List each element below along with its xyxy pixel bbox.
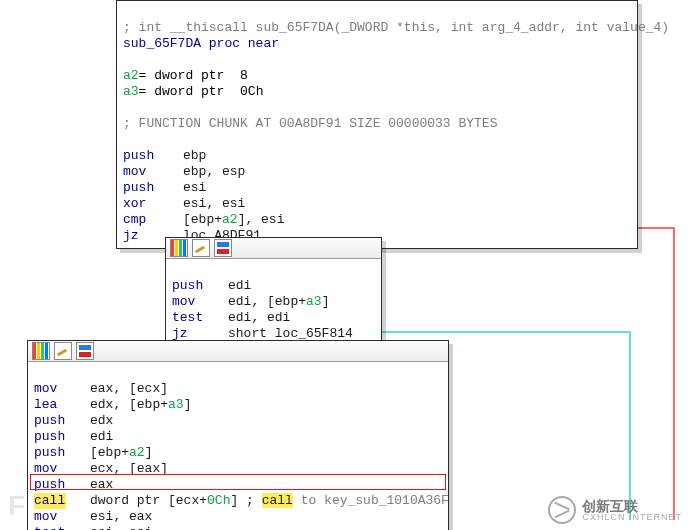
brand-logo-icon bbox=[548, 496, 576, 524]
insn-op: push bbox=[34, 429, 90, 445]
watermark-brand: 创新互联 CXHLCN INTERNET bbox=[548, 496, 682, 524]
brand-text: 创新互联 bbox=[582, 499, 682, 513]
insn-op: mov bbox=[34, 509, 90, 525]
collapse-icon[interactable] bbox=[76, 342, 94, 360]
insn-op-highlight: call bbox=[34, 493, 66, 509]
insn-op: cmp bbox=[123, 212, 183, 228]
insn-op: push bbox=[34, 477, 90, 493]
insn-op: test bbox=[172, 310, 228, 326]
chunk-comment: ; FUNCTION CHUNK AT 00A8DF91 SIZE 000000… bbox=[123, 116, 497, 131]
disasm-block-2[interactable]: pushedi movedi, [ebp+a3] testedi, edi jz… bbox=[165, 237, 382, 347]
brand-subtext: CXHLCN INTERNET bbox=[582, 513, 682, 522]
insn-op: lea bbox=[34, 397, 90, 413]
edit-icon[interactable] bbox=[54, 342, 72, 360]
var-a3: a3 bbox=[123, 84, 139, 99]
proc-decl: sub_65F7DA proc near bbox=[123, 36, 279, 51]
insn-op: push bbox=[172, 278, 228, 294]
collapse-icon[interactable] bbox=[214, 239, 232, 257]
disasm-block-1[interactable]: ; int __thiscall sub_65F7DA(_DWORD *this… bbox=[116, 0, 638, 249]
insn-op: push bbox=[123, 180, 183, 196]
insn-op: push bbox=[123, 148, 183, 164]
color-bars-icon[interactable] bbox=[32, 342, 50, 360]
disasm-content-2: pushedi movedi, [ebp+a3] testedi, edi jz… bbox=[166, 259, 381, 346]
insn-op: mov bbox=[123, 164, 183, 180]
insn-op: xor bbox=[123, 196, 183, 212]
insn-op: mov bbox=[172, 294, 228, 310]
disasm-content-3: moveax, [ecx] leaedx, [ebp+a3] pushedx p… bbox=[28, 362, 448, 530]
node-toolbar bbox=[28, 341, 448, 362]
var-a2: a2 bbox=[123, 68, 139, 83]
insn-op: mov bbox=[34, 381, 90, 397]
insn-op: mov bbox=[34, 461, 90, 477]
comment-line: ; int __thiscall sub_65F7DA(_DWORD *this… bbox=[123, 20, 669, 35]
node-toolbar bbox=[166, 238, 381, 259]
insn-op: push bbox=[34, 445, 90, 461]
insn-op: test bbox=[34, 525, 90, 530]
disasm-content-1: ; int __thiscall sub_65F7DA(_DWORD *this… bbox=[117, 1, 637, 248]
insn-op: push bbox=[34, 413, 90, 429]
color-bars-icon[interactable] bbox=[170, 239, 188, 257]
edit-icon[interactable] bbox=[192, 239, 210, 257]
disasm-block-3[interactable]: moveax, [ecx] leaedx, [ebp+a3] pushedx p… bbox=[27, 340, 449, 530]
